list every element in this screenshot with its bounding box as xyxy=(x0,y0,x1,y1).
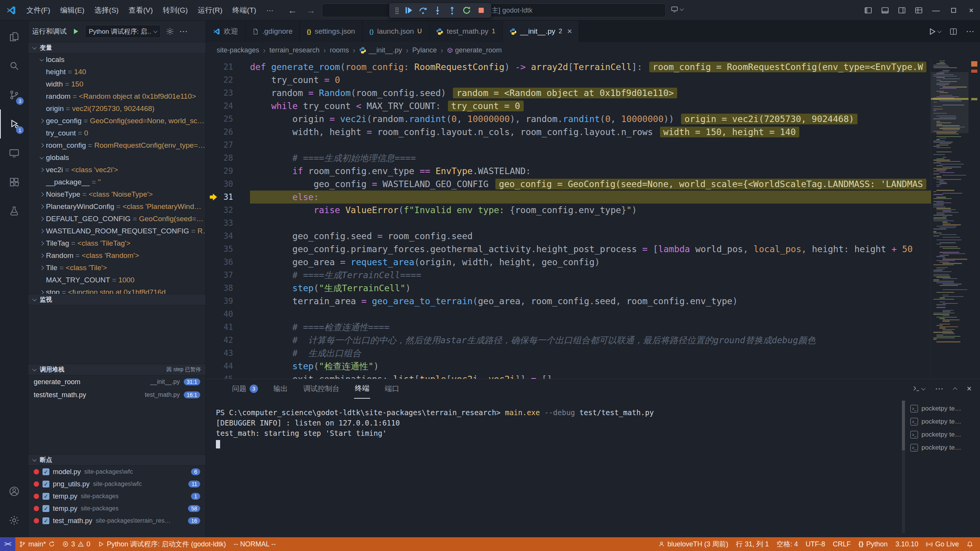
variable-row[interactable]: random = <Random object at 0x1bf9d01e110… xyxy=(28,90,206,103)
gutter[interactable]: 37 xyxy=(206,271,250,280)
variable-row[interactable]: try_count = 0 xyxy=(28,127,206,139)
gutter[interactable]: 40 xyxy=(206,310,250,319)
status-git-branch[interactable]: main* xyxy=(15,537,59,551)
activity-source-control[interactable]: 3 xyxy=(0,80,28,109)
variable-row[interactable]: width = 150 xyxy=(28,78,206,90)
status-notifications[interactable] xyxy=(963,537,977,551)
status-vim-mode[interactable]: -- NORMAL -- xyxy=(230,537,279,551)
activity-account[interactable] xyxy=(0,477,28,506)
breakpoints-header[interactable]: 断点 xyxy=(28,454,206,466)
code-line[interactable]: 32 raise ValueError(f"Invalid env type: … xyxy=(206,204,980,217)
code-line[interactable]: 42 # 计算每一个出口的中心，然后使用astar生成路径，确保每一个出口组合都… xyxy=(206,334,980,347)
tab-3[interactable]: {}launch.jsonU xyxy=(363,21,429,42)
activity-remote-explorer[interactable] xyxy=(0,139,28,168)
breadcrumb-item[interactable]: terrain_research xyxy=(270,46,320,54)
close-icon[interactable]: × xyxy=(567,26,572,36)
restart-button[interactable] xyxy=(460,4,474,16)
terminal-session-3[interactable]: >_pocketpy te… xyxy=(908,441,976,454)
back-icon[interactable]: ← xyxy=(288,0,297,21)
status-cursor-position[interactable]: 行 31, 列 1 xyxy=(732,537,773,551)
activity-explorer[interactable] xyxy=(0,22,28,51)
gutter[interactable]: 38 xyxy=(206,284,250,293)
variable-row[interactable]: NoiseType = <class 'NoiseType'> xyxy=(28,188,206,201)
tab-1[interactable]: .gdignore xyxy=(245,21,300,42)
menu-item-5[interactable]: 运行(R) xyxy=(193,0,227,20)
variable-row[interactable]: origin = vec2i(7205730, 9024468) xyxy=(28,103,206,115)
breakpoint-row[interactable]: ✓png_utils.pysite-packages\wfc11 xyxy=(28,478,206,490)
gutter[interactable]: 23 xyxy=(206,88,250,98)
breakpoint-row[interactable]: ✓test_math.pysite-packages\terrain_res…1… xyxy=(28,515,206,527)
panel-tab-0[interactable]: 问题3 xyxy=(231,379,259,398)
variable-row[interactable]: vec2i = <class 'vec2i'> xyxy=(28,164,206,176)
checkbox-checked[interactable]: ✓ xyxy=(42,468,49,475)
code-line[interactable]: 21def generate_room(room_config: RoomReq… xyxy=(206,60,980,73)
status-debug-config[interactable]: Python 调试程序: 启动文件 (godot-ldtk) xyxy=(94,537,230,551)
more-actions-icon[interactable]: ⋯ xyxy=(935,384,944,394)
code-line[interactable]: 24 while try_count < MAX_TRY_COUNT:try_c… xyxy=(206,99,980,112)
menu-item-4[interactable]: 转到(G) xyxy=(158,0,193,20)
toggle-panel-icon[interactable] xyxy=(877,0,893,21)
variable-row[interactable]: DEFAULT_GEO_CONFIG = GeoConfig(seed=1… xyxy=(28,213,206,225)
gutter[interactable]: 29 xyxy=(206,166,250,176)
variable-row[interactable]: stop = <function stop at 0x1bf8d716d… xyxy=(28,286,206,294)
command-center-search[interactable]: [快捷开发宿主] godot-ldtk xyxy=(322,3,666,17)
overview-ruler[interactable] xyxy=(969,58,980,379)
variable-group[interactable]: globals xyxy=(28,152,206,164)
gutter[interactable]: 36 xyxy=(206,258,250,267)
code-line[interactable]: 36 geo_area = request_area(origin, width… xyxy=(206,256,980,269)
gutter[interactable]: 25 xyxy=(206,114,250,124)
call-stack-header[interactable]: 调用堆栈因 step 已暂停 xyxy=(28,364,206,375)
more-actions-icon[interactable]: ⋯ xyxy=(966,26,975,36)
code-editor[interactable]: 21def generate_room(room_config: RoomReq… xyxy=(206,58,980,379)
panel-tab-3[interactable]: 终端 xyxy=(354,379,370,399)
menu-item-7[interactable]: ··· xyxy=(261,0,278,20)
breakpoint-row[interactable]: ✓temp.pysite-packages58 xyxy=(28,502,206,515)
code-line[interactable]: 43 # 生成出口组合 xyxy=(206,347,980,360)
gutter[interactable]: 31 xyxy=(206,192,250,202)
drag-handle-icon[interactable]: ⣿ xyxy=(392,7,401,15)
status-problems[interactable]: 30 xyxy=(59,537,94,551)
gutter[interactable]: 27 xyxy=(206,140,250,150)
variable-row[interactable]: geo_config = GeoConfig(seed=None, world_… xyxy=(28,115,206,127)
gutter[interactable]: 30 xyxy=(206,179,250,189)
activity-testing[interactable] xyxy=(0,197,28,226)
gutter[interactable]: 42 xyxy=(206,336,250,345)
variables-header[interactable]: 变量 xyxy=(28,42,206,54)
tab-2[interactable]: {}settings.json xyxy=(300,21,362,42)
menu-item-2[interactable]: 选择(S) xyxy=(90,0,124,20)
gutter[interactable]: 35 xyxy=(206,245,250,254)
terminal-session-0[interactable]: >_pocketpy te… xyxy=(908,402,976,415)
menu-item-3[interactable]: 查看(V) xyxy=(124,0,158,20)
breadcrumb-item[interactable]: generate_room xyxy=(447,46,502,54)
run-python-file-button[interactable] xyxy=(928,28,941,36)
code-line[interactable]: 23 random = Random(room_config.seed)rand… xyxy=(206,86,980,99)
debug-config-dropdown[interactable]: Python 调试程序: 启… xyxy=(85,25,161,38)
checkbox-checked[interactable]: ✓ xyxy=(42,505,49,512)
code-line[interactable]: 39 terrain_area = geo_area_to_terrain(ge… xyxy=(206,295,980,308)
code-line[interactable]: 41 # ====检查连通性==== xyxy=(206,321,980,334)
menu-item-0[interactable]: 文件(F) xyxy=(21,0,55,20)
code-line[interactable]: 27 xyxy=(206,139,980,152)
gutter[interactable]: 39 xyxy=(206,297,250,306)
variable-row[interactable]: height = 140 xyxy=(28,66,206,78)
gutter[interactable]: 41 xyxy=(206,323,250,332)
activity-settings[interactable] xyxy=(0,506,28,535)
code-line[interactable]: 34 geo_config.seed = room_config.seed xyxy=(206,230,980,243)
stop-button[interactable] xyxy=(474,4,488,16)
gutter[interactable]: 34 xyxy=(206,231,250,241)
activity-extensions[interactable] xyxy=(0,168,28,197)
status-gitlens-blame[interactable]: blueloveTH (3 周前) xyxy=(655,537,732,551)
variable-row[interactable]: room_config = RoomRequestConfig(env_type… xyxy=(28,139,206,152)
gutter[interactable]: 24 xyxy=(206,101,250,111)
close-panel-icon[interactable]: × xyxy=(967,384,972,394)
gutter[interactable]: 28 xyxy=(206,153,250,163)
gutter[interactable]: 26 xyxy=(206,127,250,137)
step-out-button[interactable] xyxy=(445,4,459,16)
code-line[interactable]: 31 else: xyxy=(206,191,980,204)
gutter[interactable]: 22 xyxy=(206,75,250,85)
step-into-button[interactable] xyxy=(431,4,444,16)
menu-item-1[interactable]: 编辑(E) xyxy=(55,0,89,20)
status-encoding[interactable]: UTF-8 xyxy=(802,537,829,551)
variable-row[interactable]: MAX_TRY_COUNT = 1000 xyxy=(28,274,206,286)
variable-group[interactable]: locals xyxy=(28,54,206,66)
